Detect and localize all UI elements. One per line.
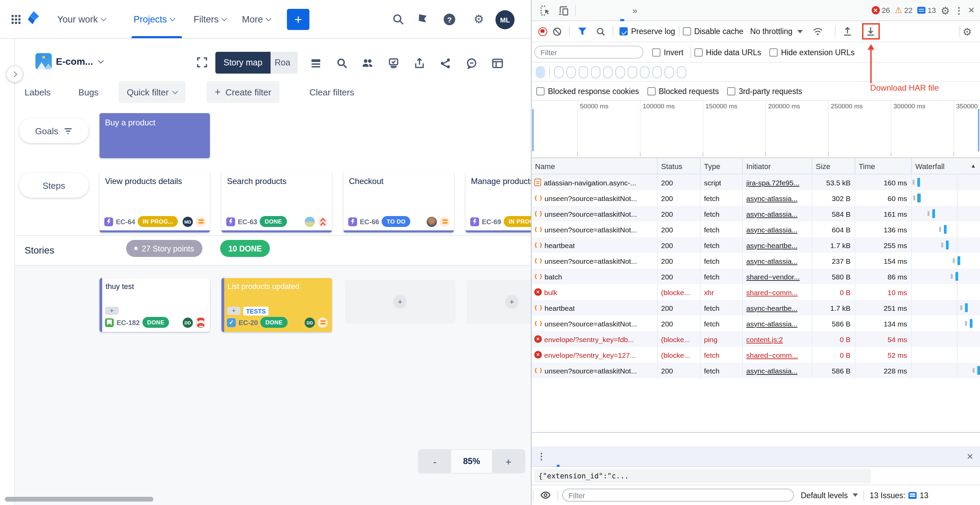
add-story-ghost-card[interactable]: + (467, 280, 531, 324)
fullscreen-icon[interactable] (197, 57, 207, 67)
network-request-row[interactable]: unseen?source=atlaskitNot... 200 fetch a… (531, 253, 980, 269)
screen-check-icon[interactable] (388, 57, 399, 69)
request-initiator[interactable]: jira-spa.72fe95... (746, 178, 799, 186)
zoom-in-button[interactable]: + (492, 450, 525, 473)
story-card[interactable]: List products updated + TESTS ✓ EC-20 DO… (221, 278, 332, 332)
request-initiator[interactable]: content.js:2 (746, 335, 783, 343)
app-switcher-icon[interactable] (10, 13, 22, 26)
assignee-avatar[interactable]: DD (305, 317, 315, 327)
close-drawer-icon[interactable]: × (967, 451, 980, 462)
board-view-icon[interactable] (492, 57, 503, 69)
network-request-row[interactable]: batch 200 fetch shared~vendor... 580 B 8… (531, 269, 980, 284)
column-header[interactable]: Initiator (743, 158, 812, 174)
status-badge[interactable]: DONE (142, 317, 169, 328)
network-request-row[interactable]: unseen?source=atlaskitNot... 200 fetch a… (531, 190, 980, 206)
warning-badge[interactable]: ⚠22 (895, 6, 913, 14)
network-request-row[interactable]: unseen?source=atlaskitNot... 200 fetch a… (531, 206, 980, 221)
add-story-ghost-card[interactable]: + (345, 280, 455, 324)
error-badge[interactable]: ✕26 (871, 6, 890, 14)
clear-network-log-icon[interactable] (551, 26, 562, 37)
hide-data-urls-checkbox[interactable]: Hide data URLs (694, 48, 761, 56)
board-search-icon[interactable] (336, 57, 348, 69)
goals-row-pill[interactable]: Goals (19, 119, 89, 143)
help-icon[interactable]: ? (443, 13, 456, 26)
devtools-tab[interactable] (616, 0, 628, 21)
record-network-log-icon[interactable] (538, 27, 547, 36)
column-header[interactable]: Name (531, 158, 658, 174)
expand-sidebar-button[interactable] (6, 65, 23, 83)
issues-count-label[interactable]: 13 Issues: (870, 491, 905, 499)
network-request-row[interactable]: heartbeat 200 fetch async-heartbe... 1.7… (531, 300, 980, 315)
nav-more[interactable]: More (242, 0, 270, 39)
column-header[interactable]: Type (701, 158, 743, 174)
issue-label-chip[interactable]: TESTS (243, 307, 269, 315)
settings-gear-icon[interactable]: ⚙ (472, 13, 485, 26)
network-conditions-icon[interactable] (812, 26, 823, 37)
story-card[interactable]: thuy test + EC-182 DONE DD (100, 278, 210, 332)
column-header[interactable]: Size (812, 158, 855, 174)
export-icon[interactable] (414, 57, 425, 69)
network-request-row[interactable]: envelope/?sentry_key=127... (blocke... f… (531, 347, 980, 363)
add-label-chip[interactable]: + (227, 307, 240, 315)
more-tabs-button[interactable]: » (628, 5, 641, 15)
request-type-chip[interactable] (665, 66, 674, 78)
devtools-tab[interactable] (604, 0, 616, 21)
console-filter-input[interactable] (562, 489, 794, 502)
request-initiator[interactable]: async-atlassia... (746, 256, 798, 265)
live-expression-eye-icon[interactable] (535, 491, 556, 499)
network-request-row[interactable]: heartbeat 200 fetch async-heartbe... 1.7… (531, 237, 980, 253)
request-initiator[interactable]: async-atlassia... (746, 366, 798, 374)
default-levels-dropdown[interactable]: Default levels (801, 491, 858, 499)
drawer-tab[interactable] (565, 446, 579, 467)
network-request-row[interactable]: unseen?source=atlaskitNot... 200 fetch a… (531, 221, 980, 237)
add-label-chip[interactable]: + (105, 307, 119, 315)
import-har-icon[interactable] (842, 26, 853, 37)
column-header[interactable]: Time (855, 158, 912, 174)
status-badge[interactable]: IN PROG... (504, 216, 531, 227)
console-message[interactable]: {"extension_id":"c... (534, 468, 871, 483)
nav-filters[interactable]: Filters (194, 0, 226, 39)
device-toolbar-icon[interactable] (557, 5, 568, 16)
request-initiator[interactable]: shared~comm... (746, 288, 798, 296)
request-type-chip[interactable] (536, 66, 545, 78)
preserve-log-checkbox[interactable]: Preserve log (619, 27, 675, 35)
project-name[interactable]: E-com... (56, 56, 103, 67)
request-initiator[interactable]: async-atlassia... (746, 319, 798, 327)
assignee-avatar[interactable] (305, 217, 315, 226)
tab-roadmap[interactable]: Roa (270, 52, 298, 73)
hide-extension-urls-checkbox[interactable]: Hide extension URLs (769, 48, 854, 56)
export-har-icon[interactable] (865, 26, 877, 37)
step-card[interactable]: Search products EC-63 DONE (221, 172, 332, 233)
horizontal-scrollbar[interactable] (5, 497, 153, 502)
notifications-icon[interactable] (417, 13, 430, 26)
request-type-chip[interactable] (603, 66, 612, 78)
request-type-chip[interactable] (566, 66, 576, 78)
steps-row-pill[interactable]: Steps (19, 173, 89, 198)
request-type-chip[interactable] (677, 66, 686, 78)
request-filter-checkbox[interactable]: 3rd-party requests (727, 87, 802, 95)
create-filter-button[interactable]: +Create filter (207, 81, 279, 103)
devtools-tab[interactable] (592, 0, 604, 21)
throttling-dropdown[interactable]: No throttling (750, 27, 803, 35)
filter-labels[interactable]: Labels (24, 87, 51, 97)
request-type-chip[interactable] (652, 66, 662, 78)
nav-projects[interactable]: Projects (134, 0, 175, 39)
assignee-avatar[interactable] (426, 217, 437, 226)
project-avatar[interactable] (35, 53, 52, 70)
devtools-tab[interactable] (579, 0, 592, 21)
network-overview-timeline[interactable]: 50000 ms 100000 ms 150000 ms 200000 ms 2… (531, 101, 980, 158)
comment-icon[interactable] (466, 57, 477, 69)
request-type-chip[interactable] (591, 66, 600, 78)
request-filter-checkbox[interactable]: Blocked requests (647, 87, 719, 95)
detail-view-icon[interactable] (310, 57, 322, 69)
status-badge[interactable]: TO DO (382, 216, 410, 227)
kebab-menu-icon[interactable]: ⋮ (955, 6, 963, 15)
status-badge[interactable]: IN PROG... (138, 216, 178, 227)
request-type-chip[interactable] (616, 66, 625, 78)
network-request-row[interactable]: bulk (blocke... xhr shared~comm... 0 B 1… (531, 284, 980, 300)
clear-filters-link[interactable]: Clear filters (309, 87, 355, 97)
step-card[interactable]: Manage products EC-69 IN PROG... (466, 172, 531, 233)
nav-your-work[interactable]: Your work (57, 0, 105, 39)
goal-card[interactable]: Buy a product (100, 113, 210, 158)
quick-filter-button[interactable]: Quick filter (119, 81, 186, 103)
